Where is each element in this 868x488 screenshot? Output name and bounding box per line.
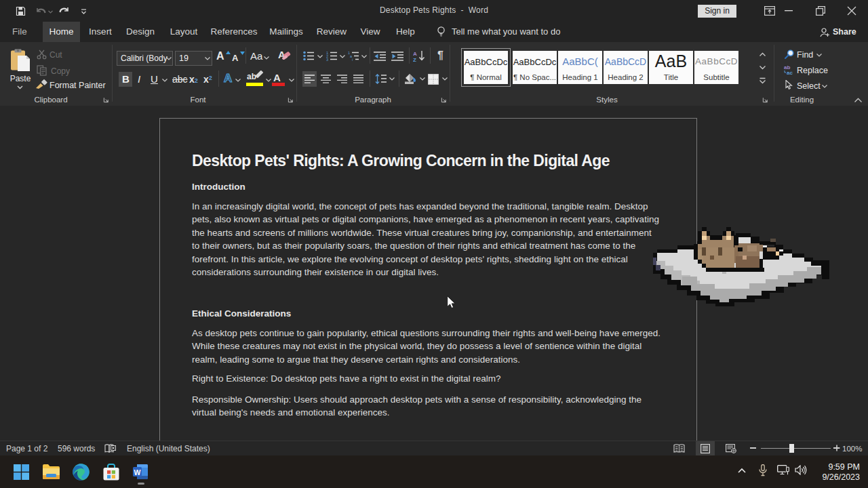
svg-text:W: W: [134, 468, 141, 476]
svg-text:ac: ac: [787, 70, 793, 75]
svg-text:i: i: [352, 58, 353, 61]
svg-text:3: 3: [326, 58, 328, 61]
svg-text:Z: Z: [413, 57, 416, 62]
